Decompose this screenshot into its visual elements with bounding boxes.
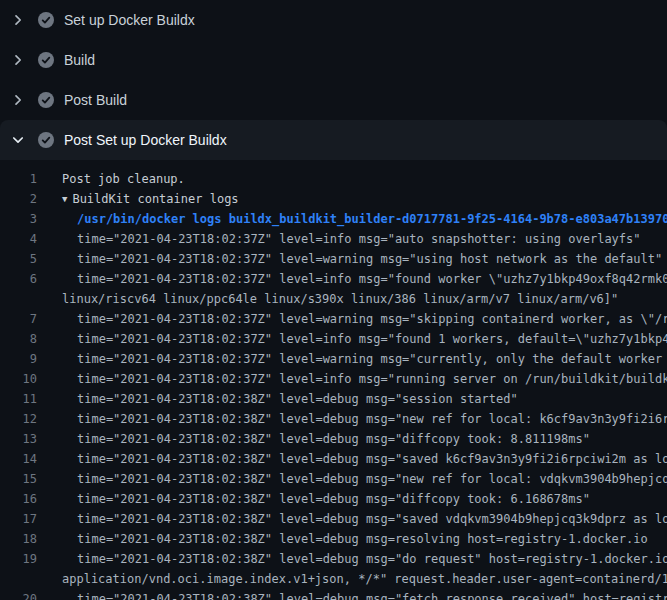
log-line-number[interactable]: 9 bbox=[0, 349, 37, 369]
log-line-number bbox=[0, 289, 37, 309]
log-line-text: time="2021-04-23T18:02:37Z" level=warnin… bbox=[77, 349, 667, 369]
log-line: 20time="2021-04-23T18:02:38Z" level=debu… bbox=[0, 589, 667, 600]
log-line-text: ▼BuildKit container logs bbox=[62, 189, 239, 209]
log-line-number[interactable]: 1 bbox=[0, 169, 37, 189]
chevron-right-icon[interactable] bbox=[10, 12, 26, 28]
log-line-number[interactable]: 6 bbox=[0, 269, 37, 289]
check-circle-icon bbox=[38, 12, 54, 28]
log-line: 5time="2021-04-23T18:02:37Z" level=warni… bbox=[0, 249, 667, 269]
log-line-text: time="2021-04-23T18:02:37Z" level=info m… bbox=[77, 369, 667, 389]
log-line-text: time="2021-04-23T18:02:37Z" level=warnin… bbox=[77, 249, 662, 269]
step-row-post-set-up-docker-buildx[interactable]: Post Set up Docker Buildx bbox=[0, 120, 667, 160]
log-line-number[interactable]: 20 bbox=[0, 589, 37, 600]
log-line: 8time="2021-04-23T18:02:37Z" level=info … bbox=[0, 329, 667, 349]
log-line-text: time="2021-04-23T18:02:38Z" level=debug … bbox=[77, 589, 667, 600]
log-line-text: time="2021-04-23T18:02:37Z" level=info m… bbox=[77, 269, 667, 289]
log-line-number[interactable]: 8 bbox=[0, 329, 37, 349]
log-line-number[interactable]: 13 bbox=[0, 429, 37, 449]
log-line-number[interactable]: 11 bbox=[0, 389, 37, 409]
log-line: 16time="2021-04-23T18:02:38Z" level=debu… bbox=[0, 489, 667, 509]
log-line-number[interactable]: 4 bbox=[0, 229, 37, 249]
step-label: Post Set up Docker Buildx bbox=[64, 132, 227, 148]
log-line-number[interactable]: 3 bbox=[0, 209, 37, 229]
log-line-number[interactable]: 16 bbox=[0, 489, 37, 509]
step-row-set-up-docker-buildx[interactable]: Set up Docker Buildx bbox=[0, 0, 667, 40]
log-line-text: time="2021-04-23T18:02:38Z" level=debug … bbox=[77, 389, 518, 409]
log-line: 6time="2021-04-23T18:02:37Z" level=info … bbox=[0, 269, 667, 289]
log-line: 10time="2021-04-23T18:02:37Z" level=info… bbox=[0, 369, 667, 389]
log-line: 14time="2021-04-23T18:02:38Z" level=debu… bbox=[0, 449, 667, 469]
log-line-text: time="2021-04-23T18:02:38Z" level=debug … bbox=[77, 489, 590, 509]
actions-log-panel: Set up Docker BuildxBuildPost BuildPost … bbox=[0, 0, 667, 600]
chevron-down-icon[interactable] bbox=[10, 132, 26, 148]
log-line-text: time="2021-04-23T18:02:38Z" level=debug … bbox=[77, 529, 648, 549]
log-line: linux/riscv64 linux/ppc64le linux/s390x … bbox=[0, 289, 667, 309]
group-title: BuildKit container logs bbox=[72, 192, 238, 206]
step-row-post-build[interactable]: Post Build bbox=[0, 80, 667, 120]
log-line-text: linux/riscv64 linux/ppc64le linux/s390x … bbox=[62, 289, 618, 309]
log-line-number[interactable]: 19 bbox=[0, 549, 37, 569]
step-label: Post Build bbox=[64, 92, 127, 108]
collapse-triangle-icon[interactable]: ▼ bbox=[62, 189, 67, 209]
check-circle-icon bbox=[38, 52, 54, 68]
log-line: 18time="2021-04-23T18:02:38Z" level=debu… bbox=[0, 529, 667, 549]
steps-list: Set up Docker BuildxBuildPost BuildPost … bbox=[0, 0, 667, 160]
log-line-text: Post job cleanup. bbox=[62, 169, 185, 189]
log-line-text: time="2021-04-23T18:02:38Z" level=debug … bbox=[77, 409, 667, 429]
log-line: 3/usr/bin/docker logs buildx_buildkit_bu… bbox=[0, 209, 667, 229]
chevron-right-icon[interactable] bbox=[10, 92, 26, 108]
log-viewer: 1Post job cleanup.2▼BuildKit container l… bbox=[0, 160, 667, 600]
log-line: 11time="2021-04-23T18:02:38Z" level=debu… bbox=[0, 389, 667, 409]
log-line-text: time="2021-04-23T18:02:38Z" level=debug … bbox=[77, 549, 667, 569]
log-line: 17time="2021-04-23T18:02:38Z" level=debu… bbox=[0, 509, 667, 529]
log-line: 12time="2021-04-23T18:02:38Z" level=debu… bbox=[0, 409, 667, 429]
log-line: 2▼BuildKit container logs bbox=[0, 189, 667, 209]
log-command-text: /usr/bin/docker logs buildx_buildkit_bui… bbox=[77, 209, 667, 229]
log-line: 15time="2021-04-23T18:02:38Z" level=debu… bbox=[0, 469, 667, 489]
log-line-number[interactable]: 7 bbox=[0, 309, 37, 329]
log-line-text: time="2021-04-23T18:02:37Z" level=info m… bbox=[77, 229, 641, 249]
log-line: 13time="2021-04-23T18:02:38Z" level=debu… bbox=[0, 429, 667, 449]
step-row-build[interactable]: Build bbox=[0, 40, 667, 80]
log-line-number[interactable]: 18 bbox=[0, 529, 37, 549]
log-line: 9time="2021-04-23T18:02:37Z" level=warni… bbox=[0, 349, 667, 369]
log-line-text: time="2021-04-23T18:02:38Z" level=debug … bbox=[77, 509, 667, 529]
log-line-text: time="2021-04-23T18:02:38Z" level=debug … bbox=[77, 429, 590, 449]
step-label: Build bbox=[64, 52, 95, 68]
log-line: 19time="2021-04-23T18:02:38Z" level=debu… bbox=[0, 549, 667, 569]
log-line-number[interactable]: 2 bbox=[0, 189, 37, 209]
log-line-text: time="2021-04-23T18:02:38Z" level=debug … bbox=[77, 449, 667, 469]
chevron-right-icon[interactable] bbox=[10, 52, 26, 68]
log-line-number[interactable]: 17 bbox=[0, 509, 37, 529]
log-line-number[interactable]: 12 bbox=[0, 409, 37, 429]
log-line-number[interactable]: 10 bbox=[0, 369, 37, 389]
log-line-number bbox=[0, 569, 37, 589]
check-circle-icon bbox=[38, 132, 54, 148]
log-line-text: time="2021-04-23T18:02:37Z" level=warnin… bbox=[77, 309, 667, 329]
step-label: Set up Docker Buildx bbox=[64, 12, 195, 28]
log-line: 1Post job cleanup. bbox=[0, 169, 667, 189]
log-line-number[interactable]: 14 bbox=[0, 449, 37, 469]
log-line-text: time="2021-04-23T18:02:37Z" level=info m… bbox=[77, 329, 667, 349]
log-line-text: application/vnd.oci.image.index.v1+json,… bbox=[62, 569, 667, 589]
log-line: application/vnd.oci.image.index.v1+json,… bbox=[0, 569, 667, 589]
log-line: 4time="2021-04-23T18:02:37Z" level=info … bbox=[0, 229, 667, 249]
check-circle-icon bbox=[38, 92, 54, 108]
log-line: 7time="2021-04-23T18:02:37Z" level=warni… bbox=[0, 309, 667, 329]
log-line-text: time="2021-04-23T18:02:38Z" level=debug … bbox=[77, 469, 667, 489]
log-line-number[interactable]: 5 bbox=[0, 249, 37, 269]
log-line-number[interactable]: 15 bbox=[0, 469, 37, 489]
